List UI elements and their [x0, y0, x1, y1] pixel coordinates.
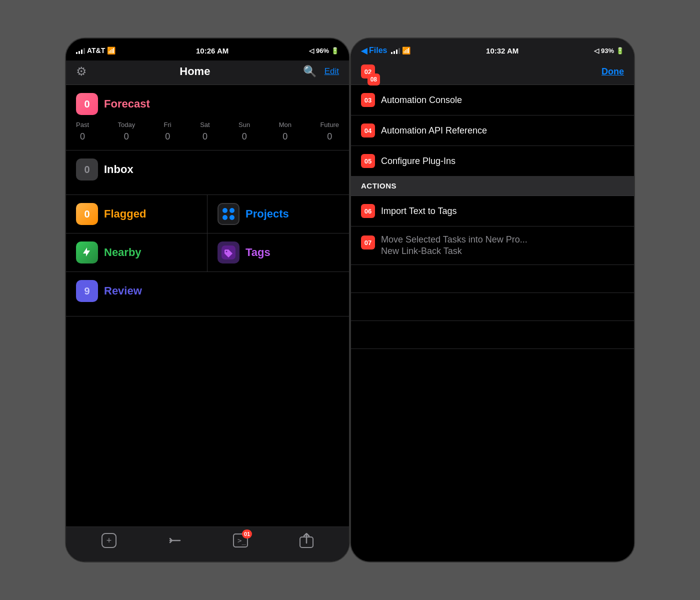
tags-icon — [218, 242, 240, 264]
forecast-value-sat: 0 — [202, 132, 208, 142]
inbox-header: 0 Inbox — [76, 158, 339, 180]
inbox-section[interactable]: 0 Inbox — [66, 150, 349, 195]
flagged-projects-grid: 0 Flagged Projects — [66, 195, 349, 234]
battery-icon: 🔋 — [331, 47, 339, 54]
forecast-value-fri: 0 — [165, 132, 170, 142]
menu-item-import-text[interactable]: 06 Import Text to Tags — [351, 196, 634, 226]
actions-label: ACTIONS — [361, 182, 396, 190]
forecast-label-sat: Sat — [200, 121, 210, 128]
location-icon: ◁ — [309, 47, 314, 54]
bottom-toolbar: + >_ 01 — [66, 526, 349, 562]
projects-dots — [220, 205, 238, 223]
empty-row-2 — [351, 293, 634, 321]
right-time: 10:32 AM — [486, 46, 518, 55]
forecast-label-sun: Sun — [238, 121, 250, 128]
badge-07: 07 — [361, 236, 375, 250]
menu-item-automation-console[interactable]: 03 Automation Console — [351, 85, 634, 116]
right-wifi-icon: 📶 — [402, 46, 410, 54]
forecast-header: 0 Forecast — [76, 93, 339, 115]
forecast-label-mon: Mon — [279, 121, 292, 128]
right-nav-badges: 02 08 — [361, 64, 375, 78]
done-button[interactable]: Done — [602, 66, 624, 77]
forecast-label-past: Past — [76, 121, 89, 128]
back-label: Files — [369, 46, 387, 55]
badge-03: 03 — [361, 93, 375, 107]
right-nav-bar: 02 08 Done — [351, 60, 634, 85]
left-status-bar: AT&T 📶 10:26 AM ◁ 96% 🔋 — [66, 38, 349, 60]
svg-text:+: + — [106, 536, 112, 546]
left-main-content: 0 Forecast Past 0 Today 0 Fri 0 — [66, 85, 349, 526]
menu-text-import-text: Import Text to Tags — [381, 206, 456, 216]
nav-badge-08: 08 — [368, 74, 380, 86]
menu-item-automation-api[interactable]: 04 Automation API Reference — [351, 116, 634, 146]
forecast-icon: 0 — [76, 93, 98, 115]
share-button[interactable] — [300, 533, 314, 552]
flagged-item[interactable]: 0 Flagged — [66, 195, 208, 233]
tags-item[interactable]: Tags — [208, 234, 349, 272]
right-location-icon: ◁ — [594, 47, 599, 54]
terminal-badge: 01 — [242, 530, 252, 538]
projects-title: Projects — [246, 208, 289, 220]
svg-point-1 — [226, 251, 228, 252]
right-main-content: 03 Automation Console 04 Automation API … — [351, 85, 634, 562]
review-section[interactable]: 9 Review — [66, 272, 349, 316]
left-carrier-info: AT&T 📶 — [76, 46, 116, 54]
forecast-col-today: Today 0 — [118, 121, 135, 142]
badge-06: 06 — [361, 204, 375, 218]
forecast-section[interactable]: 0 Forecast Past 0 Today 0 Fri 0 — [66, 85, 349, 150]
left-nav-bar: ⚙ Home 🔍 Edit — [66, 60, 349, 85]
badge-05: 05 — [361, 154, 375, 168]
new-link-back-text: New Link-Back Task — [381, 246, 528, 256]
nearby-title: Nearby — [104, 246, 142, 259]
right-status-bar: ◀ Files 📶 10:32 AM ◁ 93% 🔋 — [351, 38, 634, 60]
menu-text-automation-console: Automation Console — [381, 95, 462, 106]
nearby-item[interactable]: Nearby — [66, 234, 208, 272]
empty-row-4 — [351, 349, 634, 377]
forecast-value-sun: 0 — [242, 132, 247, 142]
empty-row-1 — [351, 265, 634, 293]
settings-icon[interactable]: ⚙ — [76, 64, 87, 78]
edit-button[interactable]: Edit — [324, 66, 339, 76]
nav-title: Home — [180, 65, 210, 78]
review-title: Review — [104, 284, 142, 298]
wifi-icon: 📶 — [107, 46, 116, 54]
nav-actions: 🔍 Edit — [303, 65, 339, 78]
projects-item[interactable]: Projects — [208, 195, 349, 233]
menu-item-stacked-texts: Move Selected Tasks into New Pro... New … — [381, 234, 528, 256]
forecast-col-future: Future 0 — [320, 121, 339, 142]
search-icon[interactable]: 🔍 — [303, 65, 316, 78]
menu-item-move-selected: 07 Move Selected Tasks into New Pro... N… — [351, 226, 634, 265]
right-battery-icon: 🔋 — [616, 47, 624, 54]
forecast-value-mon: 0 — [282, 132, 288, 142]
review-header: 9 Review — [76, 280, 339, 302]
forecast-label-future: Future — [320, 121, 339, 128]
add-button[interactable]: + — [102, 533, 116, 552]
menu-item-configure-plugins[interactable]: 05 Configure Plug-Ins — [351, 146, 634, 176]
forecast-col-sun: Sun 0 — [238, 121, 250, 142]
right-battery: ◁ 93% 🔋 — [594, 47, 624, 54]
forecast-value-future: 0 — [327, 132, 332, 142]
terminal-button[interactable]: >_ 01 — [233, 534, 248, 551]
move-selected-text: Move Selected Tasks into New Pro... — [381, 234, 528, 245]
forecast-label-today: Today — [118, 121, 135, 128]
nearby-icon — [76, 242, 98, 264]
back-nav[interactable]: ◀ Files 📶 — [361, 46, 410, 56]
badge-04: 04 — [361, 124, 375, 138]
forecast-value-today: 0 — [124, 132, 129, 142]
forecast-col-fri: Fri 0 — [164, 121, 172, 142]
empty-row-3 — [351, 321, 634, 349]
signal-icon — [76, 47, 85, 54]
left-phone-screen: AT&T 📶 10:26 AM ◁ 96% 🔋 ⚙ Home 🔍 Edit — [65, 38, 350, 562]
back-button[interactable] — [168, 534, 182, 550]
inbox-title: Inbox — [104, 163, 134, 176]
left-time: 10:26 AM — [196, 46, 228, 55]
review-icon: 9 — [76, 280, 98, 302]
flagged-title: Flagged — [104, 208, 146, 220]
back-arrow-icon: ◀ — [361, 46, 367, 56]
forecast-title: Forecast — [104, 98, 150, 110]
right-signal-icon — [391, 47, 400, 54]
inbox-icon: 0 — [76, 158, 98, 180]
carrier-name: AT&T — [87, 46, 105, 54]
actions-section-header: ACTIONS — [351, 176, 634, 196]
right-battery-percent: 93% — [601, 47, 614, 54]
